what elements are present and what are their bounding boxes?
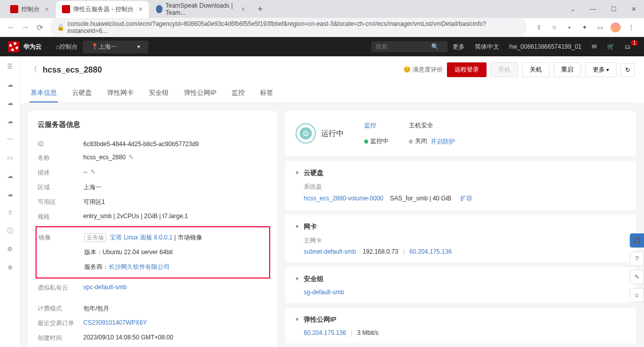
order-link[interactable]: CS2309101407WPX6Y	[83, 319, 147, 326]
region-selector[interactable]: 📍 上海一 ▾	[83, 41, 148, 53]
puzzle-icon[interactable]: ✦	[580, 23, 589, 32]
monitor-link[interactable]: 监控	[364, 122, 376, 129]
window-maximize-icon[interactable]: ☐	[603, 2, 624, 17]
browser-tab[interactable]: TeamSpeak Downloads | Team... ×	[150, 0, 251, 20]
more-button[interactable]: 更多	[585, 62, 617, 77]
node-icon[interactable]: ⚙	[5, 244, 15, 254]
browser-tab-active[interactable]: 弹性云服务器 - 控制台 ×	[56, 1, 149, 18]
eip-link[interactable]: 60.204.175.136	[304, 329, 346, 336]
private-ip: 192.168.0.73	[363, 248, 398, 255]
vendor-link[interactable]: 长沙网久软件有限公司	[109, 263, 170, 270]
tab-eip[interactable]: 弹性公网IP	[183, 84, 217, 102]
upload-icon[interactable]: ⇧	[5, 207, 15, 218]
profile-avatar-icon[interactable]	[610, 22, 621, 32]
vpc-link[interactable]: vpc-default-smb	[83, 284, 126, 291]
window-dropdown-icon[interactable]: ⌄	[563, 2, 583, 17]
user-menu[interactable]: hw_008613866574199_01	[504, 43, 587, 50]
image-link[interactable]: 宝塔 Linux 面板 8.0.0.1	[110, 234, 172, 241]
tab-sg[interactable]: 安全组	[148, 84, 170, 102]
image-label: 镜像	[39, 233, 84, 242]
bill-label: 计费模式	[38, 304, 83, 313]
help-icon[interactable]: ?	[630, 252, 644, 266]
start-button[interactable]: 开机	[491, 62, 518, 77]
tab-tags[interactable]: 标签	[259, 84, 274, 102]
cloud3-icon[interactable]: ☁	[5, 116, 15, 126]
bill-value: 包年/包月	[83, 304, 268, 313]
tab-nic[interactable]: 弹性网卡	[106, 84, 135, 102]
window-minimize-icon[interactable]: —	[583, 2, 603, 17]
public-ip-link[interactable]: 60.204.175.136	[409, 248, 452, 255]
kebab-icon[interactable]: ⋮	[627, 23, 636, 32]
close-icon[interactable]: ×	[241, 5, 245, 13]
share-icon[interactable]: ⇪	[534, 23, 543, 32]
open-protect-link[interactable]: 开启防护	[431, 138, 455, 145]
section-toggle[interactable]: ▼网卡	[295, 222, 627, 231]
browser-tabs: 控制台 × 弹性云服务器 - 控制台 × TeamSpeak Downloads…	[0, 0, 644, 18]
feedback-icon[interactable]: ✎	[630, 270, 644, 284]
browser-tab[interactable]: 控制台 ×	[4, 1, 55, 18]
monitor-status: 监控中	[364, 137, 389, 146]
close-icon[interactable]: ×	[45, 5, 49, 13]
star-icon[interactable]: ☆	[550, 23, 559, 32]
top-search[interactable]: 🔍	[371, 41, 447, 52]
headset-icon[interactable]: 🎧	[630, 233, 644, 248]
market-tag: 云市场	[84, 233, 106, 242]
ip-icon[interactable]: ⓘ	[5, 226, 15, 236]
brand-text: 华为云	[23, 43, 42, 51]
cart-icon[interactable]: 🛒	[602, 43, 620, 50]
expand-link[interactable]: 扩容	[460, 195, 472, 202]
restart-button[interactable]: 重启	[554, 62, 581, 77]
nav-back-icon[interactable]: ←	[4, 23, 18, 32]
sg-link[interactable]: sg-default-smb	[304, 289, 344, 296]
more-link[interactable]: 更多	[447, 43, 470, 51]
cloud2-icon[interactable]: ☁	[5, 98, 15, 108]
extension-icon[interactable]: ▪	[565, 23, 574, 32]
new-tab-button[interactable]: +	[252, 2, 268, 17]
remote-login-button[interactable]: 远程登录	[447, 62, 487, 77]
panel-icon[interactable]: ▭	[595, 23, 604, 32]
bandwidth: 3 Mbit/s	[357, 329, 378, 336]
rating-link[interactable]: 😊 满意度评价	[403, 65, 443, 74]
lang-selector[interactable]: 简体中文	[470, 43, 504, 51]
tab-disk[interactable]: 云硬盘	[71, 84, 93, 102]
back-button[interactable]: 〈	[29, 64, 38, 75]
chevron-down-icon: ▼	[295, 170, 300, 176]
console-link[interactable]: ⌂ 控制台	[51, 43, 83, 51]
section-toggle[interactable]: ▼安全组	[295, 274, 627, 284]
cloud-icon[interactable]: ☁	[5, 80, 15, 90]
desc-value: --✎	[83, 168, 268, 177]
mail-icon[interactable]: ✉	[587, 43, 602, 50]
address-bar[interactable]: 🔒 console.huaweicloud.com/ecm/?agencyId=…	[51, 18, 526, 37]
tab-monitor[interactable]: 监控	[231, 84, 246, 102]
image-vendor: 服务商：长沙网久软件有限公司	[84, 263, 267, 271]
disk-section: ▼云硬盘 系统盘 hcss_ecs_2880-volume-0000 SAS_f…	[285, 161, 636, 210]
tab-title: 控制台	[21, 5, 40, 14]
window-close-icon[interactable]: ✕	[624, 2, 644, 17]
menu-icon[interactable]: ☰	[5, 61, 15, 72]
create-label: 创建时间	[38, 334, 83, 342]
smile-icon[interactable]: ☺	[630, 288, 644, 302]
globe-icon[interactable]: ⊕	[5, 262, 15, 272]
activity-icon[interactable]: 〰	[5, 134, 15, 145]
search-input[interactable]	[375, 43, 431, 50]
stop-button[interactable]: 关机	[522, 62, 550, 77]
refresh-button[interactable]: ↻	[621, 63, 635, 77]
tab-basic-info[interactable]: 基本信息	[29, 84, 58, 102]
device-icon[interactable]: ▭	[5, 153, 15, 163]
section-toggle[interactable]: ▼云硬盘	[295, 168, 627, 178]
edit-icon[interactable]: ✎	[128, 154, 134, 161]
edit-icon[interactable]: ✎	[90, 168, 95, 176]
cloud5-icon[interactable]: ☁	[5, 189, 15, 199]
subnet-link[interactable]: subnet-default-smb	[304, 248, 356, 255]
nav-reload-icon[interactable]: ⟳	[33, 23, 47, 32]
search-icon[interactable]: 🔍	[431, 43, 439, 50]
section-toggle[interactable]: ▼弹性公网IP	[295, 315, 627, 324]
nav-forward-icon[interactable]: →	[18, 23, 33, 32]
disk-link[interactable]: hcss_ecs_2880-volume-0000	[304, 195, 383, 202]
notification-icon[interactable]: 🗂	[620, 43, 636, 50]
spec-value: entry_smb | 2vCPUs | 2GiB | t7.large.1	[83, 213, 268, 221]
brand-logo[interactable]: 华为云	[8, 41, 42, 52]
sub-tabs: 基本信息 云硬盘 弹性网卡 安全组 弹性公网IP 监控 标签	[29, 84, 635, 103]
close-icon[interactable]: ×	[139, 5, 143, 13]
cloud4-icon[interactable]: ☁	[5, 171, 15, 181]
